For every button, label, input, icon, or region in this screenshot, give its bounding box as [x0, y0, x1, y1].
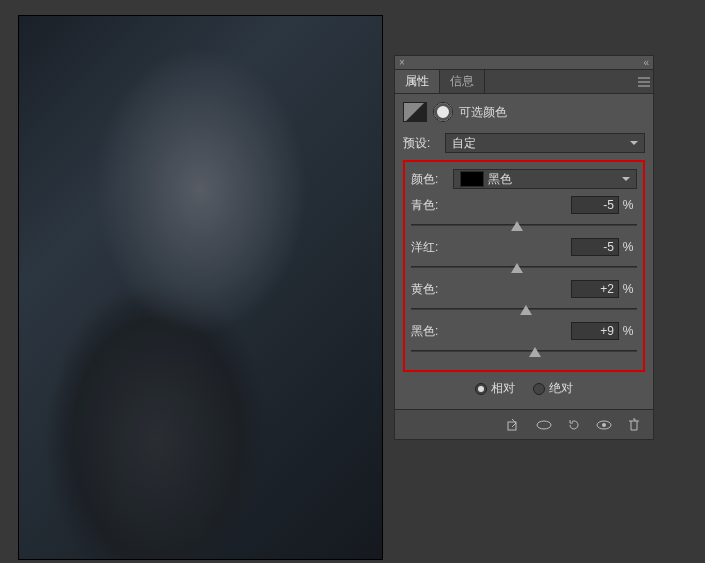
cyan-thumb[interactable]: [511, 221, 523, 231]
yellow-label: 黄色:: [411, 281, 571, 298]
tab-properties[interactable]: 属性: [395, 70, 440, 93]
yellow-input[interactable]: [571, 280, 619, 298]
magenta-input[interactable]: [571, 238, 619, 256]
reset-icon[interactable]: [565, 416, 583, 434]
black-thumb[interactable]: [529, 347, 541, 357]
preset-label: 预设:: [403, 135, 439, 152]
cyan-label: 青色:: [411, 197, 571, 214]
tab-info[interactable]: 信息: [440, 70, 485, 93]
radio-dot-off: [533, 383, 545, 395]
color-dropdown[interactable]: 黑色: [453, 169, 637, 189]
yellow-unit: %: [619, 282, 637, 296]
clip-to-layer-icon[interactable]: [505, 416, 523, 434]
adjustment-title: 可选颜色: [459, 104, 507, 121]
svg-rect-0: [508, 422, 516, 430]
yellow-slider: 黄色: %: [411, 276, 637, 318]
color-value: 黑色: [488, 171, 512, 188]
magenta-slider: 洋红: %: [411, 234, 637, 276]
black-track[interactable]: [411, 344, 637, 358]
panel-tabs: 属性 信息: [395, 70, 653, 94]
color-row: 颜色: 黑色: [411, 166, 637, 192]
panel-header-bar: × «: [395, 56, 653, 70]
magenta-label: 洋红:: [411, 239, 571, 256]
highlighted-section: 颜色: 黑色 青色: % 洋红:: [403, 160, 645, 372]
absolute-radio[interactable]: 绝对: [533, 380, 573, 397]
black-label: 黑色:: [411, 323, 571, 340]
magenta-thumb[interactable]: [511, 263, 523, 273]
relative-radio[interactable]: 相对: [475, 380, 515, 397]
preset-value: 自定: [452, 135, 476, 152]
svg-point-1: [537, 421, 551, 429]
color-swatch: [460, 171, 484, 187]
preset-dropdown[interactable]: 自定: [445, 133, 645, 153]
preset-row: 预设: 自定: [403, 130, 645, 156]
black-input[interactable]: [571, 322, 619, 340]
panel-menu-icon[interactable]: [635, 70, 653, 93]
absolute-label: 绝对: [549, 380, 573, 397]
cyan-input[interactable]: [571, 196, 619, 214]
panel-footer: [395, 409, 653, 439]
cyan-unit: %: [619, 198, 637, 212]
cyan-track[interactable]: [411, 218, 637, 232]
black-slider: 黑色: %: [411, 318, 637, 360]
view-previous-icon[interactable]: [535, 416, 553, 434]
yellow-track[interactable]: [411, 302, 637, 316]
properties-panel: × « 属性 信息 可选颜色 预设: 自定 颜色: 黑色: [394, 55, 654, 440]
color-label: 颜色:: [411, 171, 447, 188]
black-unit: %: [619, 324, 637, 338]
relative-label: 相对: [491, 380, 515, 397]
method-row: 相对 绝对: [403, 372, 645, 401]
adjustment-icon: [403, 102, 427, 122]
close-icon[interactable]: ×: [399, 57, 405, 68]
visibility-icon[interactable]: [595, 416, 613, 434]
magenta-track[interactable]: [411, 260, 637, 274]
collapse-icon[interactable]: «: [643, 57, 649, 68]
mask-icon[interactable]: [433, 102, 453, 122]
trash-icon[interactable]: [625, 416, 643, 434]
cyan-slider: 青色: %: [411, 192, 637, 234]
adjustment-title-row: 可选颜色: [403, 100, 645, 130]
document-canvas[interactable]: [18, 15, 383, 560]
yellow-thumb[interactable]: [520, 305, 532, 315]
svg-point-3: [602, 423, 606, 427]
radio-dot-on: [475, 383, 487, 395]
magenta-unit: %: [619, 240, 637, 254]
